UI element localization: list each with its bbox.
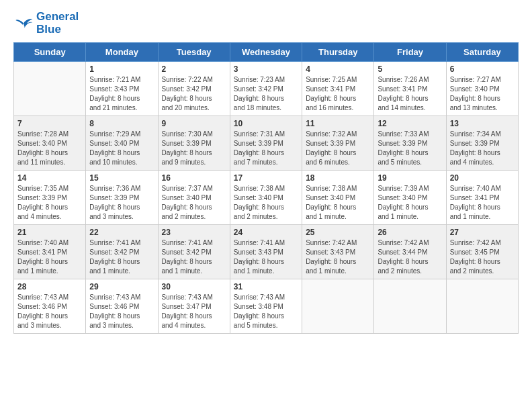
day-number: 15 [89,173,154,183]
day-info: Sunrise: 7:28 AM Sunset: 3:40 PM Dayligh… [17,130,82,167]
col-header-thursday: Thursday [302,43,374,62]
day-info: Sunrise: 7:37 AM Sunset: 3:40 PM Dayligh… [162,184,226,222]
day-info: Sunrise: 7:40 AM Sunset: 3:41 PM Dayligh… [17,238,82,276]
calendar-cell [374,279,446,334]
day-info: Sunrise: 7:23 AM Sunset: 3:42 PM Dayligh… [234,75,298,113]
day-info: Sunrise: 7:32 AM Sunset: 3:39 PM Dayligh… [306,130,370,167]
day-info: Sunrise: 7:22 AM Sunset: 3:42 PM Dayligh… [162,75,226,113]
day-number: 5 [378,64,442,74]
day-number: 31 [234,282,298,291]
day-info: Sunrise: 7:42 AM Sunset: 3:44 PM Dayligh… [378,238,442,276]
day-number: 23 [162,228,226,237]
day-info: Sunrise: 7:30 AM Sunset: 3:39 PM Dayligh… [162,130,226,167]
day-number: 21 [17,228,82,237]
day-number: 30 [162,282,226,291]
day-info: Sunrise: 7:43 AM Sunset: 3:48 PM Dayligh… [234,293,298,330]
logo-icon [13,15,34,32]
calendar-table: SundayMondayTuesdayWednesdayThursdayFrid… [13,42,519,334]
day-number: 4 [306,64,370,74]
calendar-cell: 30Sunrise: 7:43 AM Sunset: 3:47 PM Dayli… [158,279,230,334]
calendar-cell [446,279,518,334]
day-number: 8 [89,119,154,128]
day-info: Sunrise: 7:26 AM Sunset: 3:41 PM Dayligh… [378,75,442,113]
calendar-cell: 11Sunrise: 7:32 AM Sunset: 3:39 PM Dayli… [302,116,374,171]
calendar-cell: 8Sunrise: 7:29 AM Sunset: 3:40 PM Daylig… [86,116,158,171]
calendar-cell: 26Sunrise: 7:42 AM Sunset: 3:44 PM Dayli… [374,225,446,279]
day-number: 1 [89,64,154,74]
day-info: Sunrise: 7:41 AM Sunset: 3:42 PM Dayligh… [89,238,154,276]
day-number: 26 [378,228,442,237]
page-header: General Blue [13,11,519,36]
day-number: 24 [234,228,298,237]
logo: General Blue [13,11,79,36]
calendar-cell: 27Sunrise: 7:42 AM Sunset: 3:45 PM Dayli… [446,225,518,279]
day-info: Sunrise: 7:38 AM Sunset: 3:40 PM Dayligh… [306,184,370,222]
calendar-cell [302,279,374,334]
day-info: Sunrise: 7:42 AM Sunset: 3:45 PM Dayligh… [450,238,515,276]
day-info: Sunrise: 7:43 AM Sunset: 3:47 PM Dayligh… [162,293,226,330]
day-number: 6 [450,64,515,74]
calendar-cell: 14Sunrise: 7:35 AM Sunset: 3:39 PM Dayli… [14,171,86,225]
day-info: Sunrise: 7:40 AM Sunset: 3:41 PM Dayligh… [450,184,515,222]
calendar-cell: 23Sunrise: 7:41 AM Sunset: 3:42 PM Dayli… [158,225,230,279]
day-number: 19 [378,173,442,183]
calendar-cell: 7Sunrise: 7:28 AM Sunset: 3:40 PM Daylig… [14,116,86,171]
calendar-cell: 17Sunrise: 7:38 AM Sunset: 3:40 PM Dayli… [230,171,302,225]
calendar-cell: 5Sunrise: 7:26 AM Sunset: 3:41 PM Daylig… [374,62,446,116]
calendar-cell: 19Sunrise: 7:39 AM Sunset: 3:40 PM Dayli… [374,171,446,225]
calendar-cell: 12Sunrise: 7:33 AM Sunset: 3:39 PM Dayli… [374,116,446,171]
col-header-wednesday: Wednesday [230,43,302,62]
calendar-cell: 18Sunrise: 7:38 AM Sunset: 3:40 PM Dayli… [302,171,374,225]
calendar-cell: 1Sunrise: 7:21 AM Sunset: 3:43 PM Daylig… [86,62,158,116]
day-number: 20 [450,173,515,183]
day-info: Sunrise: 7:33 AM Sunset: 3:39 PM Dayligh… [378,130,442,167]
col-header-friday: Friday [374,43,446,62]
calendar-cell: 25Sunrise: 7:42 AM Sunset: 3:43 PM Dayli… [302,225,374,279]
calendar-cell: 16Sunrise: 7:37 AM Sunset: 3:40 PM Dayli… [158,171,230,225]
day-number: 2 [162,64,226,74]
day-number: 28 [17,282,82,291]
day-info: Sunrise: 7:43 AM Sunset: 3:46 PM Dayligh… [17,293,82,330]
day-number: 16 [162,173,226,183]
calendar-week-row: 14Sunrise: 7:35 AM Sunset: 3:39 PM Dayli… [14,171,519,225]
day-number: 3 [234,64,298,74]
day-info: Sunrise: 7:38 AM Sunset: 3:40 PM Dayligh… [234,184,298,222]
day-info: Sunrise: 7:35 AM Sunset: 3:39 PM Dayligh… [17,184,82,222]
day-number: 25 [306,228,370,237]
calendar-cell: 9Sunrise: 7:30 AM Sunset: 3:39 PM Daylig… [158,116,230,171]
calendar-cell: 3Sunrise: 7:23 AM Sunset: 3:42 PM Daylig… [230,62,302,116]
calendar-cell: 31Sunrise: 7:43 AM Sunset: 3:48 PM Dayli… [230,279,302,334]
day-number: 13 [450,119,515,128]
calendar-cell: 20Sunrise: 7:40 AM Sunset: 3:41 PM Dayli… [446,171,518,225]
calendar-cell: 13Sunrise: 7:34 AM Sunset: 3:39 PM Dayli… [446,116,518,171]
day-info: Sunrise: 7:31 AM Sunset: 3:39 PM Dayligh… [234,130,298,167]
calendar-cell [14,62,86,116]
calendar-cell: 21Sunrise: 7:40 AM Sunset: 3:41 PM Dayli… [14,225,86,279]
calendar-cell: 24Sunrise: 7:41 AM Sunset: 3:43 PM Dayli… [230,225,302,279]
calendar-cell: 4Sunrise: 7:25 AM Sunset: 3:41 PM Daylig… [302,62,374,116]
calendar-cell: 29Sunrise: 7:43 AM Sunset: 3:46 PM Dayli… [86,279,158,334]
calendar-cell: 15Sunrise: 7:36 AM Sunset: 3:39 PM Dayli… [86,171,158,225]
calendar-week-row: 21Sunrise: 7:40 AM Sunset: 3:41 PM Dayli… [14,225,519,279]
day-info: Sunrise: 7:41 AM Sunset: 3:43 PM Dayligh… [234,238,298,276]
day-number: 7 [17,119,82,128]
day-info: Sunrise: 7:25 AM Sunset: 3:41 PM Dayligh… [306,75,370,113]
day-info: Sunrise: 7:41 AM Sunset: 3:42 PM Dayligh… [162,238,226,276]
day-number: 17 [234,173,298,183]
day-number: 12 [378,119,442,128]
day-number: 9 [162,119,226,128]
day-info: Sunrise: 7:39 AM Sunset: 3:40 PM Dayligh… [378,184,442,222]
day-info: Sunrise: 7:34 AM Sunset: 3:39 PM Dayligh… [450,130,515,167]
col-header-sunday: Sunday [14,43,86,62]
calendar-cell: 10Sunrise: 7:31 AM Sunset: 3:39 PM Dayli… [230,116,302,171]
calendar-header-row: SundayMondayTuesdayWednesdayThursdayFrid… [14,43,519,62]
col-header-saturday: Saturday [446,43,518,62]
day-info: Sunrise: 7:43 AM Sunset: 3:46 PM Dayligh… [89,293,154,330]
day-info: Sunrise: 7:36 AM Sunset: 3:39 PM Dayligh… [89,184,154,222]
logo-text: General Blue [36,11,79,36]
day-number: 10 [234,119,298,128]
day-info: Sunrise: 7:29 AM Sunset: 3:40 PM Dayligh… [89,130,154,167]
calendar-week-row: 28Sunrise: 7:43 AM Sunset: 3:46 PM Dayli… [14,279,519,334]
day-info: Sunrise: 7:27 AM Sunset: 3:40 PM Dayligh… [450,75,515,113]
day-number: 27 [450,228,515,237]
